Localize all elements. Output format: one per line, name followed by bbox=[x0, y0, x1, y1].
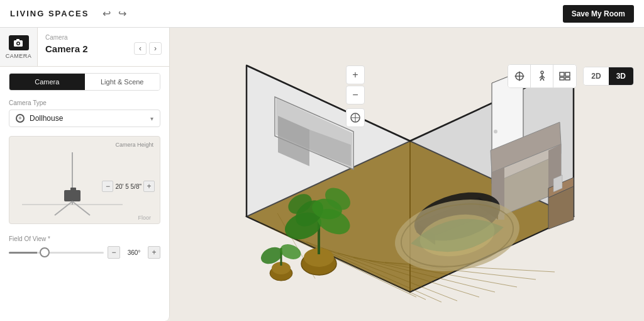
view-toggle-button[interactable] bbox=[553, 65, 576, 87]
svg-rect-29 bbox=[560, 77, 564, 80]
camera-tab-label: Camera bbox=[6, 53, 32, 59]
camera-height-stepper: − 20' 5 5/8" + bbox=[102, 181, 155, 192]
zoom-in-button[interactable]: + bbox=[346, 65, 365, 84]
fov-label: Field Of View * bbox=[9, 235, 160, 242]
camera-tabs: Camera Light & Scene bbox=[9, 73, 160, 91]
svg-rect-28 bbox=[565, 72, 570, 76]
svg-line-25 bbox=[540, 77, 542, 81]
walk-icon bbox=[537, 70, 547, 82]
svg-point-21 bbox=[541, 71, 543, 74]
view-2d-button[interactable]: 2D bbox=[584, 67, 608, 85]
view-group: 2D 3D bbox=[583, 67, 634, 86]
fov-slider[interactable] bbox=[9, 252, 104, 254]
camera-section-label: Camera bbox=[45, 34, 162, 41]
walk-tool-button[interactable] bbox=[531, 65, 553, 87]
svg-point-50 bbox=[494, 130, 497, 133]
top-right-toolbar: 2D 3D bbox=[508, 64, 634, 88]
camera-name: Camera 2 bbox=[45, 43, 88, 54]
dropdown-arrow-icon: ▾ bbox=[150, 115, 153, 122]
tab-camera[interactable]: Camera bbox=[9, 74, 85, 90]
zoom-controls: + − bbox=[346, 65, 365, 127]
fov-increase-button[interactable]: + bbox=[148, 246, 160, 259]
view-toggle-icon bbox=[559, 72, 570, 81]
tab-light-scene[interactable]: Light & Scene bbox=[85, 74, 160, 90]
view-3d-button[interactable]: 3D bbox=[609, 67, 633, 85]
svg-rect-30 bbox=[565, 77, 570, 80]
svg-line-9 bbox=[72, 201, 90, 215]
camera-type-icon bbox=[16, 114, 25, 123]
fov-value: 360° bbox=[124, 249, 144, 256]
camera-preview-svg bbox=[9, 137, 135, 218]
height-increase-button[interactable]: + bbox=[143, 181, 155, 192]
main-area: Camera Camera Camera 2 ‹ › Camera Light … bbox=[0, 28, 644, 321]
camera-panel: Camera Camera Camera 2 ‹ › Camera Light … bbox=[0, 28, 170, 321]
camera-preview: Camera Height Floor bbox=[9, 136, 160, 224]
height-decrease-button[interactable]: − bbox=[102, 181, 113, 192]
zoom-out-button[interactable]: − bbox=[346, 86, 365, 104]
svg-rect-27 bbox=[560, 72, 564, 76]
move-icon bbox=[514, 70, 525, 82]
compass-icon bbox=[350, 113, 360, 123]
camera-tab-icon bbox=[9, 35, 29, 50]
compass-button[interactable] bbox=[346, 108, 365, 127]
save-my-room-button[interactable]: Save My Room bbox=[563, 5, 634, 23]
camera-type-dropdown[interactable]: Dollhouse ▾ bbox=[9, 110, 160, 127]
floor-label: Floor bbox=[138, 215, 151, 221]
camera-prev-button[interactable]: ‹ bbox=[134, 42, 147, 55]
logo: LIVING SPACES bbox=[10, 9, 89, 18]
camera-height-value: 20' 5 5/8" bbox=[115, 183, 142, 190]
move-tool-button[interactable] bbox=[508, 65, 531, 87]
svg-rect-6 bbox=[64, 190, 80, 201]
camera-preview-section: Camera Height Floor bbox=[0, 136, 169, 233]
panel-top: Camera Camera Camera 2 ‹ › bbox=[0, 28, 169, 67]
tab-section: Camera Light & Scene Camera Type Dollhou… bbox=[0, 67, 169, 136]
svg-line-8 bbox=[55, 201, 72, 215]
fov-section: Field Of View * − 360° + bbox=[0, 233, 169, 266]
tool-group bbox=[508, 64, 577, 88]
undo-button[interactable]: ↩ bbox=[99, 5, 114, 22]
camera-next-button[interactable]: › bbox=[149, 42, 162, 55]
header: LIVING SPACES ↩ ↪ Save My Room bbox=[0, 0, 644, 28]
camera-tab[interactable]: Camera bbox=[0, 28, 38, 66]
svg-line-26 bbox=[542, 77, 544, 81]
nav-arrows: ‹ › bbox=[134, 42, 162, 55]
redo-button[interactable]: ↪ bbox=[114, 5, 130, 22]
svg-rect-7 bbox=[70, 188, 76, 191]
svg-point-3 bbox=[17, 42, 19, 44]
panel-header-row: Camera 2 ‹ › bbox=[45, 42, 162, 55]
camera-icon bbox=[13, 38, 25, 47]
svg-rect-2 bbox=[16, 39, 19, 41]
camera-type-label: Camera Type bbox=[9, 99, 160, 106]
camera-type-value: Dollhouse bbox=[30, 114, 150, 123]
room-canvas[interactable]: + − bbox=[170, 28, 644, 321]
fov-slider-row: − 360° + bbox=[9, 246, 160, 259]
panel-header-content: Camera Camera 2 ‹ › bbox=[38, 28, 169, 66]
fov-decrease-button[interactable]: − bbox=[108, 246, 120, 259]
